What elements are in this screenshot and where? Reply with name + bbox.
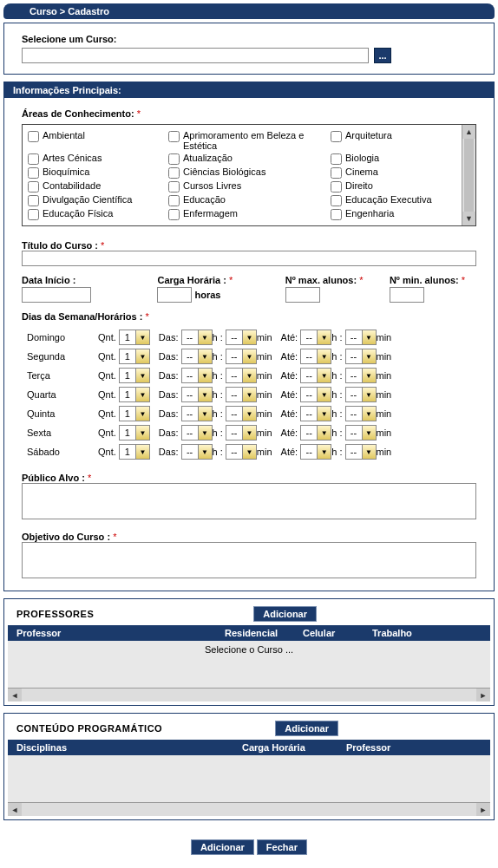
chevron-down-icon[interactable]: ▼ — [135, 426, 149, 440]
ate-hour-select[interactable]: --▼ — [300, 368, 331, 383]
das-hour-select[interactable]: --▼ — [181, 330, 213, 345]
qnt-select[interactable]: 1▼ — [119, 444, 150, 460]
area-checkbox[interactable] — [331, 181, 342, 193]
das-min-select[interactable]: --▼ — [226, 349, 257, 364]
chevron-down-icon[interactable]: ▼ — [135, 407, 149, 421]
chevron-down-icon[interactable]: ▼ — [135, 388, 149, 401]
chevron-down-icon[interactable]: ▼ — [135, 445, 149, 459]
area-checkbox[interactable] — [331, 209, 342, 220]
das-min-select[interactable]: --▼ — [226, 368, 257, 383]
ate-min-select[interactable]: --▼ — [345, 349, 377, 364]
qnt-select[interactable]: 1▼ — [119, 387, 150, 402]
scroll-left-icon[interactable]: ◄ — [8, 803, 22, 816]
professores-hscroll[interactable]: ◄ ► — [8, 688, 490, 702]
publico-alvo-input[interactable] — [22, 483, 476, 519]
objetivo-input[interactable] — [22, 542, 476, 578]
conteudo-hscroll[interactable]: ◄ ► — [8, 802, 490, 816]
area-checkbox[interactable] — [168, 153, 180, 165]
das-min-select[interactable]: --▼ — [226, 387, 257, 402]
area-checkbox[interactable] — [28, 195, 39, 206]
scroll-right-icon[interactable]: ► — [476, 689, 490, 702]
conteudo-add-button[interactable]: Adicionar — [275, 721, 338, 736]
chevron-down-icon[interactable]: ▼ — [362, 445, 376, 459]
area-checkbox[interactable] — [331, 167, 342, 179]
das-hour-select[interactable]: --▼ — [181, 349, 213, 364]
ate-min-select[interactable]: --▼ — [345, 368, 377, 383]
chevron-down-icon[interactable]: ▼ — [317, 349, 331, 363]
area-checkbox[interactable] — [28, 167, 39, 179]
scroll-down-icon[interactable]: ▼ — [462, 212, 475, 225]
ate-hour-select[interactable]: --▼ — [300, 349, 331, 364]
chevron-down-icon[interactable]: ▼ — [242, 445, 256, 459]
qnt-select[interactable]: 1▼ — [119, 330, 150, 345]
qnt-select[interactable]: 1▼ — [119, 349, 150, 364]
chevron-down-icon[interactable]: ▼ — [317, 407, 331, 421]
chevron-down-icon[interactable]: ▼ — [317, 426, 331, 440]
chevron-down-icon[interactable]: ▼ — [242, 349, 256, 363]
chevron-down-icon[interactable]: ▼ — [242, 426, 256, 440]
ate-hour-select[interactable]: --▼ — [300, 330, 331, 345]
area-checkbox[interactable] — [168, 181, 180, 193]
chevron-down-icon[interactable]: ▼ — [198, 426, 212, 440]
area-checkbox[interactable] — [28, 153, 39, 165]
chevron-down-icon[interactable]: ▼ — [317, 369, 331, 382]
ate-min-select[interactable]: --▼ — [345, 330, 377, 345]
das-hour-select[interactable]: --▼ — [181, 444, 213, 460]
scroll-up-icon[interactable]: ▲ — [462, 125, 475, 139]
chevron-down-icon[interactable]: ▼ — [198, 349, 212, 363]
chevron-down-icon[interactable]: ▼ — [362, 349, 376, 363]
qnt-select[interactable]: 1▼ — [119, 425, 150, 441]
das-min-select[interactable]: --▼ — [226, 330, 257, 345]
das-hour-select[interactable]: --▼ — [181, 368, 213, 383]
area-checkbox[interactable] — [28, 209, 39, 220]
area-checkbox[interactable] — [168, 195, 180, 206]
chevron-down-icon[interactable]: ▼ — [317, 388, 331, 401]
scroll-thumb[interactable] — [464, 139, 474, 212]
chevron-down-icon[interactable]: ▼ — [362, 388, 376, 401]
area-checkbox[interactable] — [168, 167, 180, 179]
ate-hour-select[interactable]: --▼ — [300, 387, 331, 402]
chevron-down-icon[interactable]: ▼ — [135, 330, 149, 344]
area-checkbox[interactable] — [168, 131, 180, 142]
chevron-down-icon[interactable]: ▼ — [198, 407, 212, 421]
ate-min-select[interactable]: --▼ — [345, 406, 377, 421]
area-checkbox[interactable] — [28, 131, 39, 142]
ate-hour-select[interactable]: --▼ — [300, 425, 331, 441]
ate-hour-select[interactable]: --▼ — [300, 444, 331, 460]
qnt-select[interactable]: 1▼ — [119, 368, 150, 383]
das-min-select[interactable]: --▼ — [226, 406, 257, 421]
chevron-down-icon[interactable]: ▼ — [242, 388, 256, 401]
ate-hour-select[interactable]: --▼ — [300, 406, 331, 421]
das-hour-select[interactable]: --▼ — [181, 425, 213, 441]
areas-scrollbar[interactable]: ▲ ▼ — [462, 125, 475, 225]
max-alunos-input[interactable] — [285, 287, 320, 303]
titulo-input[interactable] — [22, 251, 476, 266]
chevron-down-icon[interactable]: ▼ — [362, 369, 376, 382]
chevron-down-icon[interactable]: ▼ — [198, 369, 212, 382]
select-course-input[interactable] — [22, 48, 369, 63]
footer-add-button[interactable]: Adicionar — [191, 839, 254, 855]
ate-min-select[interactable]: --▼ — [345, 387, 377, 402]
min-alunos-input[interactable] — [390, 287, 424, 303]
chevron-down-icon[interactable]: ▼ — [317, 445, 331, 459]
chevron-down-icon[interactable]: ▼ — [135, 369, 149, 382]
chevron-down-icon[interactable]: ▼ — [198, 388, 212, 401]
area-checkbox[interactable] — [168, 209, 180, 220]
chevron-down-icon[interactable]: ▼ — [362, 330, 376, 344]
chevron-down-icon[interactable]: ▼ — [242, 330, 256, 344]
chevron-down-icon[interactable]: ▼ — [198, 445, 212, 459]
area-checkbox[interactable] — [28, 181, 39, 193]
scroll-right-icon[interactable]: ► — [476, 803, 490, 816]
chevron-down-icon[interactable]: ▼ — [198, 330, 212, 344]
chevron-down-icon[interactable]: ▼ — [242, 369, 256, 382]
das-hour-select[interactable]: --▼ — [181, 406, 213, 421]
chevron-down-icon[interactable]: ▼ — [242, 407, 256, 421]
carga-horaria-input[interactable] — [157, 287, 192, 303]
ate-min-select[interactable]: --▼ — [345, 444, 377, 460]
data-inicio-input[interactable] — [22, 287, 91, 303]
chevron-down-icon[interactable]: ▼ — [135, 349, 149, 363]
qnt-select[interactable]: 1▼ — [119, 406, 150, 421]
ate-min-select[interactable]: --▼ — [345, 425, 377, 441]
chevron-down-icon[interactable]: ▼ — [317, 330, 331, 344]
footer-close-button[interactable]: Fechar — [257, 839, 307, 855]
